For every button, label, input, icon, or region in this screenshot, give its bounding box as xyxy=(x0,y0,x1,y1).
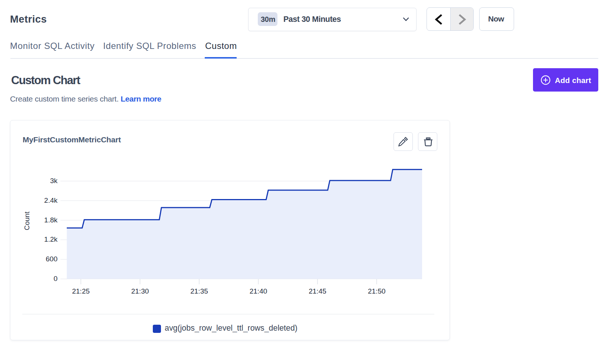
svg-text:21:25: 21:25 xyxy=(72,287,90,295)
svg-text:1.8k: 1.8k xyxy=(44,216,57,224)
svg-text:600: 600 xyxy=(46,255,57,263)
svg-text:Count: Count xyxy=(23,211,31,230)
svg-text:21:40: 21:40 xyxy=(250,287,267,295)
svg-text:21:35: 21:35 xyxy=(190,287,208,295)
svg-text:1.2k: 1.2k xyxy=(44,235,57,243)
svg-text:2.4k: 2.4k xyxy=(44,196,57,204)
svg-text:0: 0 xyxy=(53,275,57,282)
svg-text:3k: 3k xyxy=(50,177,58,185)
svg-text:21:45: 21:45 xyxy=(309,287,326,295)
svg-text:21:30: 21:30 xyxy=(131,287,149,295)
svg-text:21:50: 21:50 xyxy=(368,287,386,295)
